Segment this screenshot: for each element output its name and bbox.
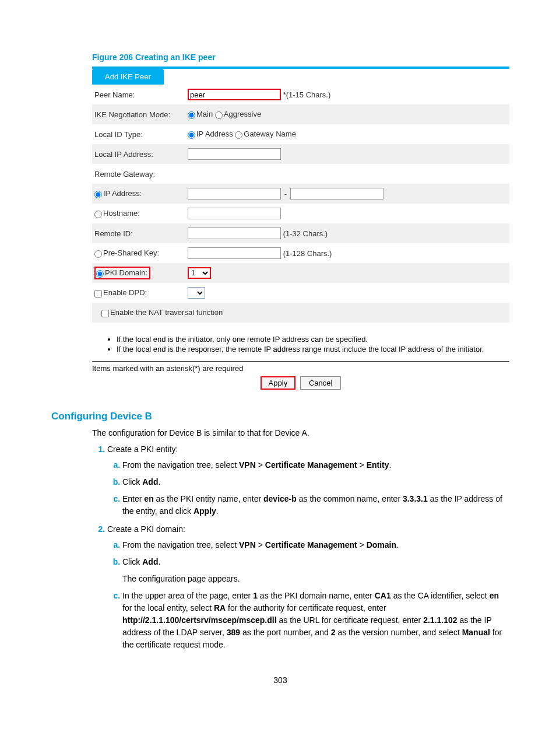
intro-text: The configuration for Device B is simila…	[92, 427, 509, 439]
note-2: If the local end is the responser, the r…	[117, 345, 509, 354]
step-2b-note: The configuration page appears.	[122, 573, 509, 585]
remoteid-hint: (1-32 Chars.)	[283, 229, 328, 238]
step-1c: Enter en as the PKI entity name, enter d…	[122, 493, 509, 517]
apply-button[interactable]: Apply	[261, 376, 296, 390]
nego-main-radio[interactable]	[188, 111, 195, 119]
step-2b: Click Add. The configuration page appear…	[122, 556, 509, 585]
step-1b: Click Add.	[122, 476, 509, 488]
nego-main-text: Main	[196, 110, 213, 118]
remoteid-input[interactable]	[188, 228, 281, 239]
peer-name-input[interactable]	[188, 89, 281, 100]
step-2: Create a PKI domain: From the navigation…	[107, 523, 509, 651]
remote-host-text: Hostname:	[103, 209, 140, 218]
tab-add-ike-peer[interactable]: Add IKE Peer	[92, 69, 164, 85]
nat-text: Enable the NAT traversal function	[110, 308, 223, 317]
dpd-checkbox[interactable]	[94, 290, 102, 298]
section-heading: Configuring Device B	[51, 411, 509, 422]
dpd-select[interactable]	[188, 287, 205, 299]
remoteid-label: Remote ID:	[92, 223, 185, 243]
required-note: Items marked with an asterisk(*) are req…	[92, 363, 509, 373]
pki-text: PKI Domain:	[105, 268, 147, 277]
step-2c: In the upper area of the page, enter 1 a…	[122, 590, 509, 651]
nego-aggr-text: Aggressive	[224, 110, 261, 118]
page-number: 303	[51, 676, 509, 685]
divider	[92, 361, 509, 362]
ike-peer-panel: Add IKE Peer Peer Name: *(1-15 Chars.) I…	[92, 66, 509, 323]
localid-ip-radio[interactable]	[188, 131, 195, 139]
localid-gw-text: Gateway Name	[244, 130, 296, 138]
localip-label: Local IP Address:	[92, 144, 185, 164]
nego-aggr-radio[interactable]	[215, 111, 223, 119]
step-2a: From the navigation tree, select VPN > C…	[122, 539, 509, 551]
step-1: Create a PKI entity: From the navigation…	[107, 443, 509, 517]
notes-list: If the local end is the initiator, only …	[92, 330, 509, 354]
psk-hint: (1-128 Chars.)	[283, 249, 332, 258]
figure-caption: Figure 206 Creating an IKE peer	[92, 52, 509, 62]
psk-input[interactable]	[188, 247, 281, 259]
pki-radio[interactable]	[96, 270, 104, 278]
dpd-text: Enable DPD:	[103, 288, 147, 297]
remote-host-input[interactable]	[188, 208, 281, 219]
remote-host-radio[interactable]	[94, 211, 102, 218]
localid-gw-radio[interactable]	[235, 131, 242, 139]
nego-mode-label: IKE Negotiation Mode:	[92, 104, 185, 124]
localid-ip-text: IP Address	[196, 130, 233, 138]
note-1: If the local end is the initiator, only …	[117, 335, 509, 344]
remote-ip-text: IP Address:	[103, 189, 142, 198]
cancel-button[interactable]: Cancel	[300, 376, 341, 390]
peer-name-hint: *(1-15 Chars.)	[283, 90, 331, 99]
pki-select[interactable]: 1	[188, 267, 211, 279]
remotegw-label: Remote Gateway:	[92, 164, 185, 184]
nat-checkbox[interactable]	[101, 310, 109, 317]
ip-range-dash: -	[283, 190, 288, 198]
localip-input[interactable]	[188, 148, 281, 160]
psk-radio[interactable]	[94, 250, 102, 258]
peer-name-label: Peer Name:	[92, 85, 185, 104]
remote-ip-input2[interactable]	[290, 188, 383, 200]
step-1a: From the navigation tree, select VPN > C…	[122, 459, 509, 471]
remote-ip-input1[interactable]	[188, 188, 281, 200]
psk-text: Pre-Shared Key:	[103, 249, 159, 257]
localid-label: Local ID Type:	[92, 124, 185, 144]
remote-ip-radio[interactable]	[94, 191, 102, 198]
